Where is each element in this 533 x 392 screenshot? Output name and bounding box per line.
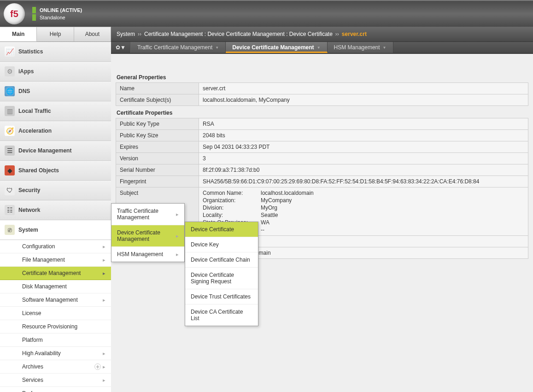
flyout-item[interactable]: Device Key — [185, 237, 258, 252]
nav-label: iApps — [18, 68, 34, 75]
system-sub-item[interactable]: Software Management▸ — [0, 293, 111, 307]
subject-field-value: WA — [261, 219, 524, 226]
system-sub-item[interactable]: Platform — [0, 333, 111, 347]
breadcrumb-root[interactable]: System — [117, 31, 135, 37]
sub-item-label: Resource Provisioning — [22, 323, 77, 330]
flyout-item-label: Device Key — [191, 241, 219, 248]
subject-field-value: -- — [261, 227, 524, 233]
system-sub-item[interactable]: Archives+▸ — [0, 360, 111, 374]
chevron-right-icon: ▸ — [103, 270, 105, 276]
nav-shared-objects[interactable]: ◆ Shared Objects — [0, 161, 111, 181]
flyout-item[interactable]: Traffic Certificate Management▸ — [111, 204, 184, 225]
sub-item-label: Preferences — [22, 390, 52, 392]
gear-icon: ✿ — [116, 44, 120, 51]
flyout-item[interactable]: Device CA Certificate List — [185, 304, 258, 326]
system-sub-item[interactable]: Resource Provisioning — [0, 320, 111, 333]
sub-item-label: Archives — [22, 363, 43, 370]
nav-label: DNS — [18, 88, 30, 94]
cert-management-flyout: Traffic Certificate Management▸Device Ce… — [111, 203, 185, 262]
system-icon: ⎚ — [5, 225, 15, 235]
system-sub-item[interactable]: Preferences — [0, 387, 111, 392]
nav-label: Network — [18, 207, 40, 213]
chevron-right-icon: ▸ — [176, 252, 179, 257]
system-sub-item[interactable]: Disk Management — [0, 280, 111, 293]
prop-value: server.crt — [199, 83, 528, 94]
subject-field-value: localhost.localdomain — [261, 190, 524, 196]
flyout-item-label: Device Certificate — [191, 226, 234, 233]
server-icon: ▥ — [5, 106, 15, 116]
flyout-item[interactable]: Device Certificate Management▸ — [111, 225, 184, 247]
nav-iapps[interactable]: ⚙ iApps — [0, 62, 111, 82]
toolbar-tab-traffic-cert[interactable]: Traffic Certificate Management▼ — [131, 42, 226, 53]
nav-network[interactable]: ☷ Network — [0, 200, 111, 220]
flyout-item-label: Device CA Certificate List — [191, 309, 252, 322]
system-sub-item[interactable]: Services▸ — [0, 374, 111, 387]
nav-device-management[interactable]: ☰ Device Management — [0, 141, 111, 161]
tab-main[interactable]: Main — [0, 27, 37, 41]
prop-value: Sep 04 2031 04:33:23 PDT — [199, 141, 528, 153]
system-sub-item[interactable]: Configuration▸ — [0, 240, 111, 253]
tab-help[interactable]: Help — [37, 27, 74, 41]
subject-field-label: Locality: — [203, 212, 258, 218]
nav-label: Local Traffic — [18, 108, 51, 114]
flyout-item-label: HSM Management — [117, 251, 163, 257]
tab-about[interactable]: About — [74, 27, 111, 41]
nav-local-traffic[interactable]: ▥ Local Traffic — [0, 101, 111, 121]
prop-label: Certificate Subject(s) — [116, 94, 199, 106]
flyout-item-label: Traffic Certificate Management — [117, 208, 176, 221]
main-tab-bar: Main Help About — [0, 27, 111, 42]
chevron-right-icon: ▸ — [103, 377, 105, 383]
flyout-item[interactable]: Device Certificate Signing Request — [185, 268, 258, 289]
nav-label: Device Management — [18, 147, 71, 154]
gear-icon: ⚙ — [5, 66, 15, 76]
subject-field-label: Organization: — [203, 197, 258, 204]
sub-item-label: Certificate Management — [22, 270, 81, 276]
prop-value: 8f:2f:09:a3:71:38:7d:b0 — [199, 164, 528, 176]
breadcrumb-current: server.crt — [342, 31, 367, 37]
nav-security[interactable]: 🛡 Security — [0, 181, 111, 200]
chevron-right-icon: ▸ — [103, 297, 105, 303]
toolbar-tab-label: Device Certificate Management — [232, 44, 314, 51]
nav-statistics[interactable]: 📈 Statistics — [0, 42, 111, 62]
plus-icon[interactable]: + — [94, 363, 101, 370]
toolbar-tab-device-cert[interactable]: Device Certificate Management▼ — [226, 42, 327, 53]
sub-item-label: File Management — [22, 257, 65, 263]
flyout-item-label: Device Certificate Management — [117, 229, 176, 242]
breadcrumb-path[interactable]: Certificate Management : Device Certific… — [144, 31, 333, 37]
shield-icon: 🛡 — [5, 185, 15, 195]
status-block: ONLINE (ACTIVE) Standalone — [32, 6, 82, 22]
sub-item-label: Services — [22, 377, 43, 383]
toolbar-gear-button[interactable]: ✿▼ — [111, 42, 131, 53]
nav-acceleration[interactable]: 🧭 Acceleration — [0, 121, 111, 141]
certificate-properties-title: Certificate Properties — [117, 110, 528, 116]
nav-label: Acceleration — [18, 128, 52, 134]
flyout-item[interactable]: Device Certificate — [185, 222, 258, 237]
subject-field-label: Division: — [203, 205, 258, 211]
flyout-item-label: Device Certificate Chain — [191, 257, 250, 263]
system-sub-item[interactable]: Certificate Management▸ — [0, 267, 111, 280]
prop-label: Name — [116, 83, 199, 94]
chevron-down-icon: ▼ — [383, 46, 387, 50]
toolbar-tab-label: Traffic Certificate Management — [137, 44, 212, 51]
nav-system[interactable]: ⎚ System — [0, 220, 111, 240]
nav-dns[interactable]: 🌐 DNS — [0, 82, 111, 101]
subject-field-value: MyCompany — [261, 197, 524, 204]
chevron-right-icon: ▸ — [176, 211, 179, 217]
prop-value: SHA256/5B:59:66:D1:C9:07:00:25:29:69:80:… — [199, 176, 528, 187]
flyout-item[interactable]: HSM Management▸ — [111, 247, 184, 262]
chevron-down-icon: ▼ — [317, 46, 321, 50]
system-sub-item[interactable]: File Management▸ — [0, 253, 111, 267]
prop-label: Public Key Type — [116, 118, 199, 130]
system-sub-item[interactable]: High Availability▸ — [0, 347, 111, 360]
chevron-right-icon: ▸ — [103, 244, 105, 250]
prop-value: 2048 bits — [199, 130, 528, 141]
prop-label: Version — [116, 153, 199, 164]
system-submenu: Configuration▸File Management▸Certificat… — [0, 240, 111, 392]
prop-label: Public Key Size — [116, 130, 199, 141]
flyout-item[interactable]: Device Trust Certificates — [185, 289, 258, 304]
toolbar-tab-hsm[interactable]: HSM Management▼ — [328, 42, 393, 53]
subject-field-value: Seattle — [261, 212, 524, 218]
breadcrumb-sep: ›› — [335, 31, 339, 37]
flyout-item[interactable]: Device Certificate Chain — [185, 252, 258, 268]
system-sub-item[interactable]: License — [0, 307, 111, 320]
